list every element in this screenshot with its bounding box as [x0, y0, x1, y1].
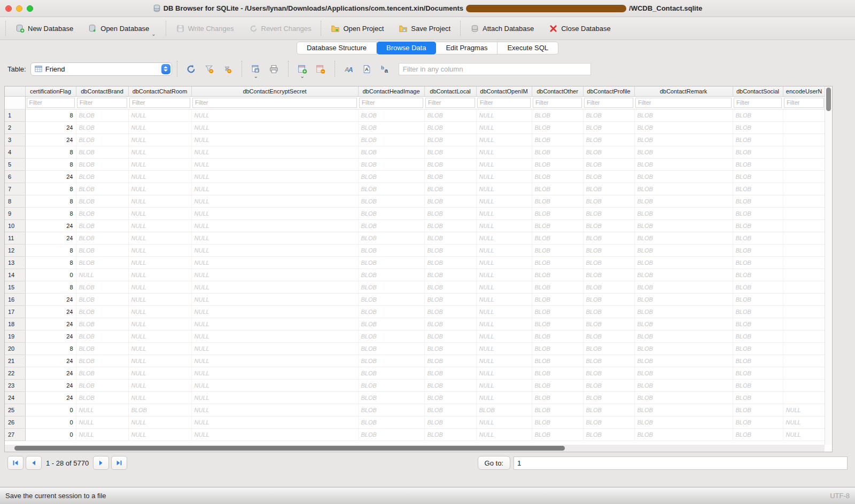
open-database-dropdown-icon[interactable]: ⌄ — [151, 31, 156, 37]
cell[interactable]: NULL — [191, 391, 358, 404]
edit-display-formats-button[interactable]: AA — [340, 61, 358, 77]
next-page-button[interactable] — [93, 456, 109, 470]
cell[interactable]: BLOB — [532, 158, 583, 170]
cell[interactable]: BLOB — [358, 219, 424, 232]
cell[interactable]: BLOB — [634, 146, 733, 158]
cell[interactable]: 8 — [25, 207, 76, 219]
tab-database-structure[interactable]: Database Structure — [297, 42, 377, 54]
cell[interactable]: NULL — [191, 379, 358, 391]
filter-any-column-input[interactable] — [399, 63, 591, 75]
cell[interactable] — [783, 121, 825, 133]
vertical-scrollbar-thumb[interactable] — [826, 88, 831, 111]
cell[interactable]: BLOB — [424, 305, 476, 318]
cell[interactable]: BLOB — [358, 244, 424, 256]
cell[interactable]: BLOB — [634, 207, 733, 219]
cell[interactable]: NULL — [128, 391, 191, 404]
cell[interactable]: BLOB — [733, 379, 783, 391]
cell[interactable]: NULL — [476, 391, 532, 404]
cell[interactable]: 0 — [25, 428, 76, 440]
cell[interactable]: BLOB — [76, 330, 128, 342]
cell[interactable]: BLOB — [583, 281, 634, 293]
cell[interactable]: BLOB — [532, 133, 583, 146]
row-number[interactable]: 9 — [5, 207, 25, 219]
cell[interactable]: BLOB — [634, 305, 733, 318]
column-filter-input[interactable]: Filter — [477, 98, 531, 108]
cell[interactable]: BLOB — [76, 293, 128, 305]
cell[interactable]: NULL — [191, 183, 358, 195]
cell[interactable]: BLOB — [424, 404, 476, 416]
cell[interactable]: BLOB — [424, 330, 476, 342]
column-filter-input[interactable]: Filter — [425, 98, 475, 108]
cell[interactable]: BLOB — [583, 367, 634, 379]
cell[interactable]: BLOB — [583, 330, 634, 342]
goto-record-input[interactable] — [514, 456, 848, 470]
cell[interactable]: BLOB — [76, 244, 128, 256]
cell[interactable]: BLOB — [424, 219, 476, 232]
cell[interactable]: NULL — [191, 293, 358, 305]
cell[interactable]: BLOB — [733, 109, 783, 121]
cell[interactable]: BLOB — [76, 281, 128, 293]
row-number[interactable]: 1 — [5, 109, 25, 121]
cell[interactable]: BLOB — [733, 183, 783, 195]
column-header[interactable]: dbContactHeadImage — [358, 86, 424, 96]
cell[interactable]: BLOB — [634, 391, 733, 404]
cell[interactable]: NULL — [191, 342, 358, 355]
cell[interactable]: NULL — [191, 416, 358, 428]
cell[interactable]: BLOB — [358, 158, 424, 170]
cell[interactable]: BLOB — [532, 281, 583, 293]
cell[interactable]: BLOB — [424, 281, 476, 293]
cell[interactable]: BLOB — [358, 232, 424, 244]
cell[interactable]: BLOB — [733, 121, 783, 133]
cell[interactable]: BLOB — [733, 293, 783, 305]
row-number[interactable]: 22 — [5, 367, 25, 379]
cell[interactable]: BLOB — [76, 342, 128, 355]
cell[interactable]: BLOB — [583, 404, 634, 416]
cell[interactable]: NULL — [76, 416, 128, 428]
cell[interactable]: NULL — [191, 404, 358, 416]
cell[interactable]: BLOB — [76, 391, 128, 404]
row-number[interactable]: 6 — [5, 170, 25, 183]
column-filter-input[interactable]: Filter — [784, 98, 824, 108]
cell[interactable]: NULL — [476, 170, 532, 183]
first-page-button[interactable] — [7, 456, 24, 470]
cell[interactable]: 24 — [25, 379, 76, 391]
cell[interactable]: NULL — [476, 428, 532, 440]
cell[interactable]: BLOB — [532, 355, 583, 367]
column-filter-input[interactable]: Filter — [192, 98, 357, 108]
cell[interactable]: NULL — [191, 269, 358, 281]
cell[interactable]: 24 — [25, 121, 76, 133]
cell[interactable]: NULL — [191, 318, 358, 330]
cell[interactable]: BLOB — [733, 367, 783, 379]
column-header[interactable]: dbContactOpenIM — [476, 86, 532, 96]
cell[interactable] — [783, 269, 825, 281]
cell[interactable] — [783, 305, 825, 318]
cell[interactable]: BLOB — [358, 195, 424, 207]
cell[interactable]: NULL — [191, 207, 358, 219]
cell[interactable]: BLOB — [424, 207, 476, 219]
cell[interactable] — [783, 146, 825, 158]
cell[interactable]: NULL — [191, 367, 358, 379]
save-results-dropdown-icon[interactable]: ⌄ — [254, 73, 258, 79]
cell[interactable]: BLOB — [476, 404, 532, 416]
cell[interactable]: BLOB — [634, 109, 733, 121]
cell[interactable]: BLOB — [634, 318, 733, 330]
clear-filters-button[interactable] — [200, 61, 219, 77]
cell[interactable]: NULL — [476, 379, 532, 391]
cell[interactable] — [783, 232, 825, 244]
cell[interactable]: NULL — [191, 256, 358, 269]
cell[interactable]: NULL — [128, 256, 191, 269]
row-number[interactable]: 8 — [5, 195, 25, 207]
column-header[interactable]: dbContactProfile — [583, 86, 634, 96]
cell[interactable]: BLOB — [532, 330, 583, 342]
zoom-window-button[interactable] — [27, 5, 33, 12]
cell[interactable]: BLOB — [358, 207, 424, 219]
cell[interactable]: BLOB — [532, 146, 583, 158]
row-number[interactable]: 27 — [5, 428, 25, 440]
cell[interactable]: BLOB — [76, 158, 128, 170]
attach-database-button[interactable]: Attach Database — [463, 19, 541, 38]
cell[interactable]: NULL — [128, 305, 191, 318]
cell[interactable]: NULL — [76, 404, 128, 416]
cell[interactable]: NULL — [191, 305, 358, 318]
cell[interactable]: BLOB — [634, 170, 733, 183]
insert-record-dropdown-icon[interactable]: ⌄ — [300, 73, 305, 79]
